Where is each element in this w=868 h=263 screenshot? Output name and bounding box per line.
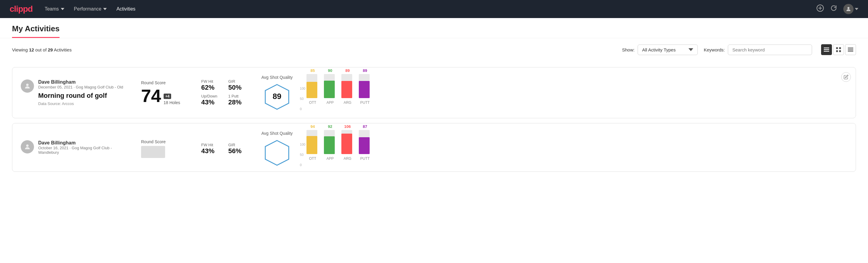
score-number: 74: [141, 87, 161, 105]
logo[interactable]: clippd: [10, 4, 32, 14]
add-icon[interactable]: [816, 4, 824, 14]
chevron-down-icon: [855, 8, 858, 10]
activity-type-dropdown[interactable]: All Activity Types: [638, 45, 698, 55]
stat-label: 1 Putt: [228, 94, 249, 98]
stat-value: 43%: [201, 147, 222, 155]
user-info: Dave Billingham October 16, 2021 · Gog M…: [38, 140, 129, 157]
data-source: Data Source: Arccos: [38, 101, 123, 106]
stat-label: FW Hit: [201, 143, 222, 147]
score-display: 74 +4 18 Holes: [141, 87, 189, 105]
show-label: Show:: [622, 47, 634, 52]
view-list-compact-button[interactable]: [821, 44, 832, 55]
search-input-wrap[interactable]: [728, 45, 812, 55]
bar-app: 92 APP: [324, 124, 336, 161]
refresh-icon[interactable]: [830, 4, 837, 13]
avatar-button[interactable]: [843, 4, 858, 14]
stats-section: FW Hit 62% GIR 50% Up/Down 43% 1 Putt 28…: [201, 79, 249, 106]
user-date: December 05, 2021 · Gog Magog Golf Club …: [38, 85, 123, 89]
bars-container: 94 OTT 92: [307, 130, 371, 167]
view-toggle: [821, 44, 856, 55]
avatar: [843, 4, 854, 14]
svg-point-18: [26, 144, 29, 147]
score-badge-wrap: +4 18 Holes: [164, 94, 180, 105]
svg-rect-6: [824, 51, 829, 52]
stat-value: 43%: [201, 98, 222, 106]
round-score-section: Round Score 74 +4 18 Holes: [141, 80, 189, 105]
stat-fw-hit: FW Hit 62%: [201, 79, 222, 91]
list-compact-icon: [824, 48, 829, 52]
keywords-filter-group: Keywords:: [704, 45, 812, 55]
nav-activities[interactable]: Activities: [116, 6, 135, 12]
view-list-detail-button[interactable]: [845, 44, 856, 55]
card-left: Dave Billingham December 05, 2021 · Gog …: [21, 80, 129, 106]
bar-putt: 87 PUTT: [359, 124, 371, 161]
svg-point-15: [26, 84, 29, 86]
activity-title: Morning round of golf: [38, 92, 123, 99]
view-grid-button[interactable]: [833, 44, 844, 55]
user-name: Dave Billingham: [38, 140, 129, 146]
search-input[interactable]: [732, 47, 808, 52]
header-left: clippd Teams Performance Activities: [10, 4, 135, 14]
hexagon-svg: 89: [264, 83, 290, 111]
card-left: Dave Billingham October 16, 2021 · Gog M…: [21, 140, 129, 157]
user-name: Dave Billingham: [38, 80, 123, 85]
shot-quality-section: Avg Shot Quality 100 50 0: [261, 130, 847, 167]
svg-rect-5: [824, 49, 829, 50]
bar-arg: 89 ARG: [341, 68, 353, 105]
stat-value: 28%: [228, 98, 249, 106]
bar-app: 90 APP: [324, 68, 336, 105]
nav-performance[interactable]: Performance: [74, 6, 107, 12]
avatar: [21, 140, 34, 153]
nav-teams[interactable]: Teams: [44, 6, 64, 12]
svg-marker-19: [265, 141, 289, 165]
svg-rect-8: [839, 47, 841, 49]
svg-rect-4: [824, 48, 829, 49]
bar-ott: 94 OTT: [307, 124, 318, 161]
score-display: [141, 146, 165, 158]
y-axis: 100 50 0: [300, 143, 305, 167]
stat-value: 56%: [228, 147, 249, 155]
activity-card: Dave Billingham October 16, 2021 · Gog M…: [12, 123, 856, 172]
stat-value: 62%: [201, 84, 222, 91]
activity-card: Dave Billingham December 05, 2021 · Gog …: [12, 67, 856, 118]
stat-1putt: 1 Putt 28%: [228, 94, 249, 106]
svg-text:89: 89: [273, 92, 281, 101]
svg-rect-13: [848, 50, 853, 51]
bar-chart: 100 50 0 94 OTT: [300, 130, 371, 167]
page-header: My Activities: [0, 18, 868, 38]
svg-rect-10: [839, 50, 841, 52]
score-holes: 18 Holes: [164, 100, 180, 105]
nav: Teams Performance Activities: [44, 6, 135, 12]
header: clippd Teams Performance Activities: [0, 0, 868, 18]
shot-quality-section: Avg Shot Quality 89 100 50 0: [261, 75, 847, 111]
edit-button[interactable]: [841, 72, 851, 82]
bar-arg: 106 ARG: [341, 124, 353, 161]
round-score-label: Round Score: [141, 80, 189, 85]
activities-list: Dave Billingham December 05, 2021 · Gog …: [0, 61, 868, 178]
dropdown-chevron-icon: [688, 47, 693, 52]
keywords-label: Keywords:: [704, 47, 725, 52]
svg-rect-7: [836, 47, 838, 49]
page-title: My Activities: [12, 24, 60, 38]
stat-label: GIR: [228, 143, 249, 147]
user-info: Dave Billingham December 05, 2021 · Gog …: [38, 80, 123, 106]
hexagon-svg: [264, 139, 290, 167]
stat-label: FW Hit: [201, 79, 222, 84]
bar-ott: 85 OTT: [307, 68, 318, 105]
viewing-text: Viewing 12 out of 29 Activities: [12, 47, 616, 52]
shot-quality-label: Avg Shot Quality: [261, 75, 292, 80]
filters-row: Viewing 12 out of 29 Activities Show: Al…: [0, 38, 868, 61]
svg-rect-14: [848, 51, 853, 52]
bar-chart: 100 50 0 85 OTT: [300, 75, 371, 111]
svg-rect-9: [836, 50, 838, 52]
grid-icon: [836, 47, 841, 52]
avatar: [21, 80, 34, 93]
stat-updown: Up/Down 43%: [201, 94, 222, 106]
hexagon-wrap: 89: [264, 83, 290, 111]
stat-fw-hit: FW Hit 43%: [201, 143, 222, 155]
list-detail-icon: [848, 48, 853, 52]
stat-value: 50%: [228, 84, 249, 91]
bar-putt: 89 PUTT: [359, 68, 371, 105]
round-score-label: Round Score: [141, 139, 189, 144]
stats-section: FW Hit 43% GIR 56%: [201, 143, 249, 155]
